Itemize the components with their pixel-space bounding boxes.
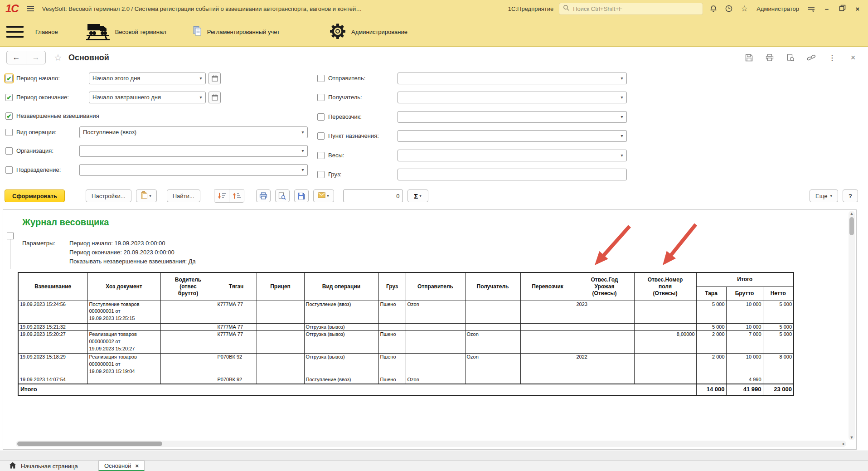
table-cell[interactable]	[160, 323, 216, 331]
table-cell[interactable]: 10 000	[726, 301, 763, 323]
menu-item-main[interactable]: Главное	[35, 29, 58, 35]
filter-checkbox[interactable]: ✔	[5, 112, 13, 120]
service-menu-icon[interactable]	[806, 4, 816, 13]
preview-report-button[interactable]	[275, 189, 290, 202]
table-cell[interactable]: Р070ВК 92	[216, 354, 257, 376]
calendar-icon[interactable]	[209, 92, 221, 103]
history-clock-icon[interactable]	[724, 4, 734, 13]
notifications-bell-icon[interactable]	[708, 4, 718, 13]
favorites-star-icon[interactable]: ☆	[739, 4, 749, 13]
table-cell[interactable]: Поступление (ввоз)	[304, 301, 378, 323]
table-cell[interactable]: 2 000	[696, 354, 726, 376]
table-cell[interactable]: 2022	[575, 354, 634, 376]
close-tab-icon[interactable]: ×	[136, 462, 139, 469]
current-user[interactable]: Администратор	[756, 5, 799, 12]
table-cell[interactable]: 19.09.2023 15:21:32	[18, 323, 87, 331]
totals-value[interactable]: 41 990	[726, 384, 763, 395]
column-header[interactable]: Хоз документ	[87, 272, 160, 301]
table-cell[interactable]	[634, 323, 696, 331]
table-cell[interactable]: Отгрузка (вывоз)	[304, 323, 378, 331]
table-cell[interactable]: Пшено	[378, 376, 406, 384]
filter-checkbox[interactable]: ✔	[5, 75, 13, 82]
filter-checkbox[interactable]	[317, 94, 325, 101]
table-cell[interactable]	[87, 323, 160, 331]
print-report-button[interactable]	[256, 189, 271, 202]
table-cell[interactable]: Реализация товаров 000000002 от 19.09.20…	[87, 331, 160, 354]
table-cell[interactable]: Отгрузка (вывоз)	[304, 331, 378, 354]
table-cell[interactable]	[465, 301, 520, 323]
table-cell[interactable]	[465, 323, 520, 331]
horizontal-scrollbar[interactable]: ▸	[16, 441, 846, 447]
scroll-up-icon[interactable]: ▲	[849, 211, 855, 216]
help-button[interactable]: ?	[843, 189, 858, 202]
tab-home-page[interactable]: Начальная страница	[5, 461, 82, 471]
collapse-group-icon[interactable]: −	[7, 233, 14, 239]
table-cell[interactable]: 5 000	[763, 331, 794, 354]
vertical-scrollbar[interactable]: ▲ ▼	[849, 211, 855, 440]
menu-item-administration[interactable]: Администрирование	[330, 23, 407, 41]
sort-descending-icon[interactable]	[214, 189, 229, 202]
table-cell[interactable]	[575, 331, 634, 354]
filter-checkbox[interactable]	[317, 75, 325, 82]
filter-field[interactable]: ▾	[79, 145, 308, 157]
send-mail-button[interactable]: ▾	[313, 189, 334, 202]
sort-ascending-icon[interactable]	[229, 189, 244, 202]
column-subheader[interactable]: Тара	[696, 286, 726, 301]
table-cell[interactable]	[465, 376, 520, 384]
table-cell[interactable]: Ozon	[465, 354, 520, 376]
table-cell[interactable]: 19.09.2023 15:24:56	[18, 301, 87, 323]
dropdown-arrow-icon[interactable]: ▾	[298, 165, 307, 175]
get-link-icon[interactable]	[806, 53, 816, 62]
favorite-star-icon[interactable]: ☆	[54, 52, 62, 63]
table-cell[interactable]: 8,00000	[634, 331, 696, 354]
table-cell[interactable]	[575, 376, 634, 384]
table-cell[interactable]: 10 000	[726, 354, 763, 376]
dropdown-arrow-icon[interactable]: ▾	[617, 92, 626, 103]
table-cell[interactable]	[520, 354, 575, 376]
table-cell[interactable]: 7 000	[726, 331, 763, 354]
table-cell[interactable]	[87, 376, 160, 384]
table-cell[interactable]	[257, 354, 304, 376]
table-cell[interactable]	[257, 331, 304, 354]
filter-checkbox[interactable]	[5, 166, 13, 174]
filter-checkbox[interactable]: ✔	[5, 94, 13, 101]
table-cell[interactable]: Поступление (ввоз)	[304, 376, 378, 384]
column-header[interactable]: Тягач	[216, 272, 257, 301]
restore-window-button[interactable]	[837, 5, 847, 13]
filter-field[interactable]: Поступление (ввоз)▾	[79, 126, 308, 138]
table-cell[interactable]: Ozon	[465, 331, 520, 354]
table-cell[interactable]: Пшено	[378, 301, 406, 323]
close-form-icon[interactable]: ×	[848, 53, 858, 62]
sum-button[interactable]: Σ ▾	[407, 189, 428, 202]
table-cell[interactable]	[160, 376, 216, 384]
table-cell[interactable]: К777МА 77	[216, 331, 257, 354]
close-window-button[interactable]: ×	[853, 5, 863, 13]
table-cell[interactable]	[520, 376, 575, 384]
column-header[interactable]: Водитель (отвес брутто)	[160, 272, 216, 301]
filter-checkbox[interactable]	[5, 129, 13, 136]
save-report-button[interactable]	[294, 189, 309, 202]
filter-field[interactable]: ▾	[398, 111, 627, 123]
settings-button[interactable]: Настройки...	[86, 189, 131, 202]
scroll-right-icon[interactable]: ▸	[843, 441, 845, 447]
minimize-button[interactable]: –	[822, 5, 832, 13]
menu-item-weighing-terminal[interactable]: Весовой терминал	[86, 22, 166, 42]
column-header[interactable]: Отвес.Год Урожая (Отвесы)	[575, 272, 634, 301]
filter-checkbox[interactable]	[5, 147, 13, 155]
more-actions-icon[interactable]: ⋮	[827, 53, 837, 62]
counter-field[interactable]	[343, 189, 403, 202]
scroll-down-icon[interactable]: ▼	[849, 435, 855, 440]
table-cell[interactable]: Пшено	[378, 331, 406, 354]
totals-value[interactable]: 23 000	[763, 384, 794, 395]
table-cell[interactable]: 19.09.2023 14:07:54	[18, 376, 87, 384]
table-cell[interactable]	[160, 301, 216, 323]
filter-field[interactable]: Начало этого дня▾	[89, 73, 206, 84]
filter-field[interactable]: ▾	[398, 73, 627, 84]
filter-field[interactable]: ▾	[398, 150, 627, 161]
dropdown-arrow-icon[interactable]: ▾	[617, 150, 626, 161]
table-cell[interactable]	[378, 323, 406, 331]
column-header[interactable]: Прицеп	[257, 272, 304, 301]
forward-button[interactable]: →	[26, 51, 45, 64]
table-cell[interactable]: 10 000	[726, 323, 763, 331]
table-cell[interactable]	[160, 354, 216, 376]
